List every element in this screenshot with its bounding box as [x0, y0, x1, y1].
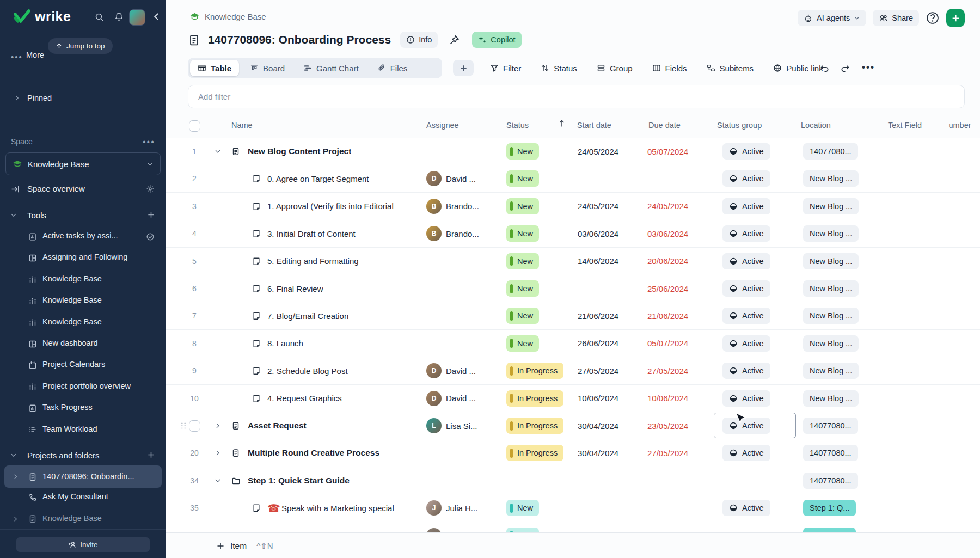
task-name[interactable]: 4. Request Graphics — [267, 385, 342, 412]
start-date[interactable]: 30/04/2024 — [578, 412, 618, 439]
task-name[interactable]: 7. Blog/Email Creation — [267, 302, 348, 329]
share-button[interactable]: Share — [873, 10, 919, 26]
tools-add-icon[interactable] — [147, 211, 155, 219]
chevron-down-icon[interactable] — [214, 138, 222, 165]
task-name[interactable]: New Blog Content Project — [248, 138, 351, 165]
pinned-chevron-icon[interactable] — [13, 94, 21, 102]
task-name[interactable]: 0. Agree on Target Segment — [267, 165, 369, 192]
status-pill[interactable]: New — [506, 165, 539, 192]
invite-button[interactable]: Invite — [16, 537, 150, 552]
breadcrumb[interactable]: Knowledge Base — [189, 11, 266, 22]
add-filter-input[interactable]: Add filter — [188, 85, 965, 108]
wrike-logo[interactable]: wrike — [14, 9, 71, 24]
chevron-right-icon[interactable] — [214, 412, 222, 439]
toolbar-filter[interactable]: Filter — [490, 64, 521, 73]
due-date[interactable]: 27/05/2024 — [647, 357, 688, 384]
tools-chevron-icon[interactable] — [10, 211, 17, 219]
status-group-pill[interactable]: Active — [722, 220, 770, 247]
location-pill[interactable]: 14077080... — [803, 138, 858, 165]
task-name[interactable]: Asset Request — [248, 412, 307, 439]
chevron-right-icon[interactable] — [214, 439, 222, 467]
more-dots-icon[interactable]: ••• — [11, 52, 23, 62]
toolbar-subitems[interactable]: Subitems — [707, 64, 754, 73]
due-date[interactable]: 05/07/2024 — [647, 138, 688, 165]
sidebar-tool-item[interactable]: New dashboard — [0, 333, 166, 354]
status-pill[interactable]: New — [506, 193, 539, 220]
status-group-pill[interactable]: Active — [722, 330, 770, 357]
tab-files[interactable]: Files — [370, 60, 415, 76]
assignee-avatar[interactable]: B — [426, 220, 442, 247]
more-options-icon[interactable]: ••• — [862, 62, 875, 73]
task-name[interactable]: 8. Launch — [267, 330, 303, 357]
location-pill[interactable]: New Blog ... — [803, 275, 859, 302]
location-pill[interactable]: New Blog ... — [803, 302, 859, 329]
projects-chevron-icon[interactable] — [10, 451, 17, 459]
sidebar-tool-item[interactable]: Task Progress — [0, 397, 166, 419]
task-name[interactable]: Multiple Round Creative Process — [248, 439, 379, 467]
status-pill[interactable]: In Progress — [506, 357, 564, 384]
start-date[interactable]: 27/05/2024 — [578, 357, 618, 384]
due-date[interactable]: 27/05/2024 — [647, 439, 688, 467]
status-pill[interactable]: In Progress — [506, 412, 564, 439]
tab-table[interactable]: Table — [190, 60, 239, 76]
sidebar-item-space-overview[interactable]: Space overview — [27, 184, 85, 193]
table-row[interactable]: 35☎Speak with a Marketing specialJJulia … — [166, 494, 980, 522]
task-name[interactable]: 6. Final Review — [267, 275, 323, 302]
jump-to-top-button[interactable]: Jump to top — [48, 38, 113, 54]
sidebar-tool-item[interactable]: Knowledge Base — [0, 269, 166, 290]
status-pill[interactable]: New — [506, 302, 539, 329]
assignee-avatar[interactable]: L — [426, 412, 442, 439]
due-date[interactable]: 25/06/2024 — [647, 275, 688, 302]
due-date[interactable]: 23/05/2024 — [647, 412, 688, 439]
start-date[interactable]: 30/04/2024 — [578, 439, 618, 467]
pinned-label[interactable]: Pinned — [27, 94, 52, 102]
status-group-pill[interactable]: Active — [722, 412, 770, 439]
add-view-button[interactable] — [453, 60, 474, 76]
drag-handle-icon[interactable] — [179, 412, 188, 439]
status-group-pill[interactable]: Active — [722, 138, 770, 165]
toolbar-status[interactable]: Status — [541, 64, 577, 73]
toolbar-public-link[interactable]: Public link — [773, 64, 823, 73]
status-pill[interactable]: New — [506, 275, 539, 302]
sidebar-tool-item[interactable]: Assigning and Following — [0, 247, 166, 268]
search-icon[interactable] — [95, 13, 104, 22]
undo-icon[interactable] — [819, 63, 830, 73]
redo-icon[interactable] — [840, 63, 850, 73]
toolbar-group[interactable]: Group — [597, 64, 633, 73]
task-name[interactable]: 2. Schedule Blog Post — [267, 357, 348, 384]
sidebar-project-item[interactable]: 1407708096: Onboardin... — [4, 465, 162, 488]
toolbar-fields[interactable]: Fields — [652, 64, 687, 73]
start-date[interactable]: 24/05/2024 — [578, 193, 618, 220]
table-row[interactable]: 88. LaunchNew26/06/202405/07/2024ActiveN… — [166, 330, 980, 358]
create-new-button[interactable] — [946, 9, 965, 27]
pin-icon[interactable] — [449, 34, 460, 46]
status-group-pill[interactable]: Active — [722, 494, 770, 522]
task-name[interactable]: 1. Approval (Verify fits into Editorial — [267, 193, 394, 220]
gear-icon[interactable] — [146, 185, 155, 193]
status-group-pill[interactable]: Active — [722, 357, 770, 384]
status-group-pill[interactable]: Active — [722, 275, 770, 302]
due-date[interactable]: 05/07/2024 — [647, 330, 688, 357]
status-pill[interactable]: New — [506, 248, 539, 275]
sidebar-tool-item[interactable]: Team Workload — [0, 419, 166, 440]
row-checkbox[interactable] — [189, 412, 200, 439]
location-pill[interactable]: 14077080... — [803, 467, 858, 494]
status-pill[interactable]: New — [506, 220, 539, 247]
location-pill[interactable]: New Blog ... — [803, 357, 859, 384]
projects-section-label[interactable]: Projects and folders — [27, 451, 100, 460]
status-group-pill[interactable]: Active — [722, 193, 770, 220]
status-pill[interactable]: New — [506, 494, 539, 522]
start-date[interactable]: 10/06/2024 — [578, 385, 618, 412]
table-row[interactable]: Asset RequestLLisa Si...In Progress30/04… — [166, 412, 980, 440]
location-pill[interactable]: New Blog ... — [803, 330, 859, 357]
due-date[interactable]: 21/06/2024 — [647, 302, 688, 329]
start-date[interactable]: 26/06/2024 — [578, 330, 618, 357]
table-row[interactable]: 55. Editing and FormattingNew14/06/20242… — [166, 248, 980, 275]
sidebar-tool-item[interactable]: Knowledge Base — [0, 312, 166, 333]
start-date[interactable]: 14/06/2024 — [578, 248, 618, 275]
copilot-button[interactable]: Copilot — [472, 32, 521, 48]
due-date[interactable]: 20/06/2024 — [647, 248, 688, 275]
sidebar-collapse-icon[interactable] — [152, 12, 161, 21]
assignee-avatar[interactable]: J — [426, 494, 442, 522]
bell-icon[interactable] — [114, 12, 124, 21]
